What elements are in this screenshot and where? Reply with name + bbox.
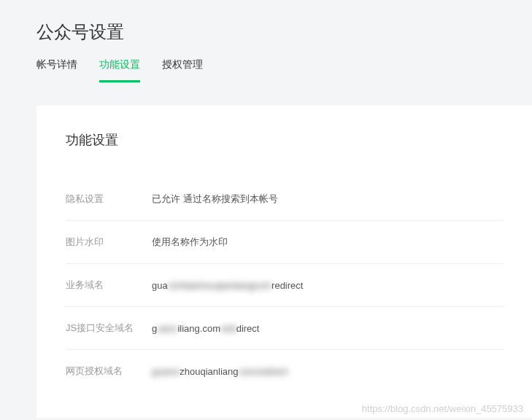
business-domain-label: 业务域名 xyxy=(66,279,152,292)
privacy-label: 隐私设置 xyxy=(66,192,152,206)
oauth-domain-label: 网页授权域名 xyxy=(66,365,152,378)
oa-mid: zhouqianliang xyxy=(180,366,238,377)
js-mid: iliang.com xyxy=(177,323,220,334)
js-domain-value: guanxiliang.comredidirect xyxy=(152,323,504,334)
settings-card: 功能设置 隐私设置 已允许 通过名称搜索到本帐号 图片水印 使用名称作为水印 业… xyxy=(36,106,532,418)
oauth-domain-value: guanxizhouqianliangcomredirect xyxy=(152,366,504,377)
js-blurred1: uanx xyxy=(157,323,177,334)
watermark-label: 图片水印 xyxy=(66,236,152,249)
js-suffix: direct xyxy=(236,323,260,334)
card-title: 功能设置 xyxy=(66,131,504,149)
tab-account-details[interactable]: 帐号详情 xyxy=(36,58,77,82)
tabs-container: 帐号详情 功能设置 授权管理 xyxy=(36,58,532,82)
setting-row-privacy: 隐私设置 已允许 通过名称搜索到本帐号 xyxy=(66,178,504,221)
bd-prefix: gua xyxy=(152,280,168,291)
business-domain-value: guanzhitaizhouqianliangcomredirect xyxy=(152,280,504,291)
setting-row-watermark: 图片水印 使用名称作为水印 xyxy=(66,221,504,264)
oa-blurred2: comredirect xyxy=(239,366,288,377)
js-blurred2: redi xyxy=(220,323,236,334)
setting-row-oauth-domain: 网页授权域名 guanxizhouqianliangcomredirect xyxy=(66,350,504,392)
watermark-value: 使用名称作为水印 xyxy=(152,236,504,249)
tab-authorization[interactable]: 授权管理 xyxy=(162,58,203,82)
privacy-value: 已允许 通过名称搜索到本帐号 xyxy=(152,192,504,206)
oa-blurred1: guanxi xyxy=(152,366,180,377)
bd-suffix: redirect xyxy=(271,280,303,291)
page-title: 公众号设置 xyxy=(36,20,532,44)
setting-row-business-domain: 业务域名 guanzhitaizhouqianliangcomredirect xyxy=(66,264,504,307)
setting-row-js-domain: JS接口安全域名 guanxiliang.comredidirect xyxy=(66,307,504,350)
bd-blurred: nzhitaizhouqianliangcom xyxy=(168,280,271,291)
tab-function-settings[interactable]: 功能设置 xyxy=(99,58,140,82)
watermark-text: https://blog.csdn.net/weixin_45575933 xyxy=(362,403,523,414)
js-domain-label: JS接口安全域名 xyxy=(66,322,152,335)
